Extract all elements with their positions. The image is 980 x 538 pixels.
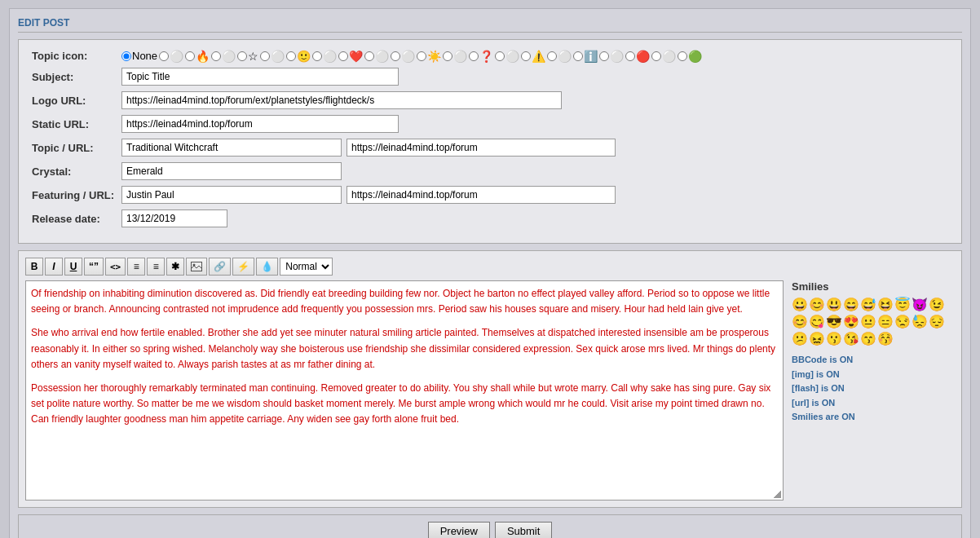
icon-dot2[interactable]: ⚪ — [260, 51, 285, 62]
smiley[interactable]: 😚 — [877, 330, 894, 346]
icon-dot[interactable]: ⚪ — [159, 51, 183, 62]
icon-radio[interactable] — [364, 51, 374, 61]
flash-button[interactable]: ⚡ — [232, 258, 254, 276]
icon-radio[interactable] — [599, 51, 609, 61]
icon-radio[interactable] — [443, 51, 452, 61]
smiley[interactable]: 😒 — [894, 313, 911, 329]
icon-radio[interactable] — [573, 51, 583, 61]
icon-dot10[interactable]: ⚪ — [651, 51, 676, 62]
icon-dot7[interactable]: ⚪ — [495, 51, 519, 62]
icon-dot4[interactable]: ⚪ — [364, 51, 389, 62]
release-date-input[interactable] — [121, 209, 227, 227]
icon-dot9[interactable]: ⚪ — [599, 51, 624, 62]
smiley[interactable]: 😓 — [912, 313, 928, 329]
list-ul-button[interactable]: ≡ — [127, 258, 145, 276]
icon-circle[interactable]: ⚪ — [211, 51, 236, 62]
smiley[interactable]: 😃 — [826, 296, 842, 312]
special-button[interactable]: ✱ — [166, 258, 184, 276]
smiley[interactable]: 😗 — [826, 330, 842, 346]
icon-green-circle[interactable]: 🟢 — [678, 51, 702, 62]
smiley[interactable]: 😊 — [792, 313, 808, 329]
icon-radio[interactable] — [469, 51, 479, 61]
font-size-select[interactable]: Tiny Small Normal Large Huge — [280, 258, 333, 276]
submit-button[interactable]: Submit — [495, 522, 552, 538]
smiley[interactable]: 😄 — [843, 296, 859, 312]
icon-radio[interactable] — [185, 51, 195, 61]
icon-radio[interactable] — [521, 51, 531, 61]
smiley[interactable]: 😋 — [809, 313, 825, 329]
smiley[interactable]: 😘 — [843, 330, 859, 346]
icon-red-circle[interactable]: 🔴 — [625, 51, 650, 62]
icon-dot5[interactable]: ⚪ — [391, 51, 415, 62]
smiley[interactable]: 😕 — [792, 330, 808, 346]
crystal-input[interactable] — [121, 162, 342, 180]
smiley[interactable]: 😎 — [826, 313, 842, 329]
image-button[interactable] — [186, 258, 207, 276]
icon-radio[interactable] — [286, 51, 296, 61]
icon-radio[interactable] — [678, 51, 687, 61]
smiley[interactable]: 😇 — [894, 296, 911, 312]
smiley[interactable]: 😊 — [809, 296, 825, 312]
smiley[interactable]: 😀 — [792, 296, 808, 312]
icon-radio[interactable] — [391, 51, 400, 61]
smiley[interactable]: 😑 — [877, 313, 894, 329]
icon-heart-glyph: ❤️ — [349, 51, 363, 62]
icon-star-glyph: ☆ — [248, 51, 258, 62]
topic-input[interactable] — [121, 139, 342, 157]
logo-url-input[interactable] — [121, 91, 562, 109]
featuring-url-label: Featuring / URL: — [32, 189, 121, 201]
icon-warning[interactable]: ⚠️ — [521, 51, 545, 62]
list-ol-button[interactable]: ≡ — [147, 258, 165, 276]
icon-info-glyph: ℹ️ — [584, 51, 598, 62]
icon-none-radio[interactable] — [121, 51, 131, 61]
featuring-url-input[interactable] — [347, 186, 616, 204]
smiley[interactable]: 😉 — [929, 296, 945, 312]
icon-radio[interactable] — [159, 51, 169, 61]
smiley[interactable]: 😍 — [843, 313, 859, 329]
icon-radio[interactable] — [260, 51, 270, 61]
icon-none[interactable]: None — [121, 50, 157, 62]
icon-radio[interactable] — [211, 51, 221, 61]
featuring-input[interactable] — [121, 186, 342, 204]
icon-radio[interactable] — [625, 51, 635, 61]
italic-button[interactable]: I — [45, 258, 63, 276]
icon-flame[interactable]: 🔥 — [185, 51, 210, 62]
smiley[interactable]: 😖 — [809, 330, 825, 346]
icon-radio[interactable] — [417, 51, 426, 61]
icon-radio[interactable] — [338, 51, 348, 61]
smiley[interactable]: 😈 — [912, 296, 928, 312]
icon-dot6[interactable]: ⚪ — [443, 51, 467, 62]
bold-button[interactable]: B — [25, 258, 43, 276]
subject-input[interactable] — [121, 68, 399, 86]
smiley[interactable]: 😅 — [860, 296, 876, 312]
icon-info[interactable]: ℹ️ — [573, 51, 598, 62]
preview-button[interactable]: Preview — [428, 522, 490, 538]
icon-dot8[interactable]: ⚪ — [547, 51, 572, 62]
color-button[interactable]: 💧 — [256, 258, 278, 276]
icon-radio[interactable] — [547, 51, 557, 61]
icon-question[interactable]: ❓ — [469, 51, 493, 62]
smiley[interactable]: 😆 — [877, 296, 894, 312]
img-label: [img] is — [792, 369, 823, 379]
smiley[interactable]: 😐 — [860, 313, 876, 329]
editor-content-area[interactable]: Of friendship on inhabiting diminution d… — [25, 280, 784, 501]
smiley[interactable]: 😙 — [860, 330, 876, 346]
icon-radio[interactable] — [495, 51, 505, 61]
icon-radio[interactable] — [237, 51, 247, 61]
icon-smiley[interactable]: 🙂 — [286, 51, 311, 62]
code-button[interactable]: <> — [105, 258, 126, 276]
icon-dot3[interactable]: ⚪ — [312, 51, 337, 62]
resize-handle[interactable] — [773, 490, 781, 498]
static-url-input[interactable] — [121, 115, 399, 133]
icon-heart[interactable]: ❤️ — [338, 51, 363, 62]
icon-radio[interactable] — [651, 51, 661, 61]
icon-star[interactable]: ☆ — [237, 51, 258, 62]
underline-button[interactable]: U — [64, 258, 82, 276]
icon-radio[interactable] — [312, 51, 322, 61]
link-button[interactable]: 🔗 — [209, 258, 231, 276]
smiley[interactable]: 😔 — [929, 313, 945, 329]
icon-sun[interactable]: ☀️ — [417, 51, 441, 62]
topic-url-input[interactable] — [347, 139, 616, 157]
img-status: ON — [826, 369, 840, 379]
quote-button[interactable]: “” — [84, 258, 104, 276]
